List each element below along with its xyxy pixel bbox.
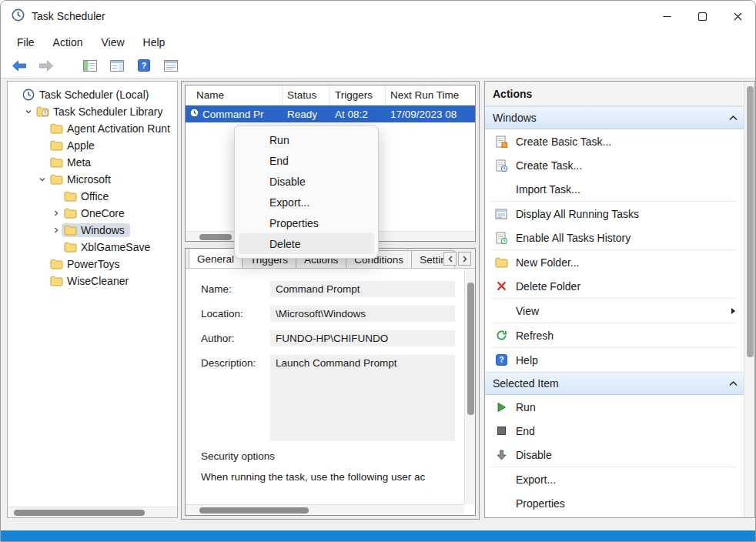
folder-icon xyxy=(63,208,77,219)
context-menu-item-end[interactable]: End xyxy=(239,150,374,171)
tree-item-windows[interactable]: Windows xyxy=(8,222,177,239)
action-disable[interactable]: Disable xyxy=(485,443,744,467)
tab-scroll-left-button[interactable] xyxy=(443,252,457,266)
toolbar: ? xyxy=(1,53,755,79)
run-icon xyxy=(494,402,508,413)
column-header-next-run-time[interactable]: Next Run Time xyxy=(386,85,475,105)
tree-item-label: Task Scheduler (Local) xyxy=(39,89,149,101)
scrollbar-thumb[interactable] xyxy=(199,507,309,514)
tree-item-onecore[interactable]: OneCore xyxy=(8,205,177,222)
window-bottom-edge xyxy=(1,530,755,541)
action-create-basic-task[interactable]: Create Basic Task... xyxy=(485,129,744,153)
action-item-label: End xyxy=(516,425,535,437)
action-item-label: Import Task... xyxy=(516,183,580,196)
action-export[interactable]: Export... xyxy=(485,467,744,491)
column-header-status[interactable]: Status xyxy=(283,85,330,105)
chevron-down-icon[interactable] xyxy=(37,176,48,183)
field-value-name: Command Prompt xyxy=(270,281,455,297)
tree-item-task-scheduler-library[interactable]: Task Scheduler Library xyxy=(8,103,177,120)
action-new-folder[interactable]: New Folder... xyxy=(485,250,744,274)
chevron-down-icon[interactable] xyxy=(23,108,34,115)
menu-view[interactable]: View xyxy=(92,34,132,51)
action-import-task[interactable]: Import Task... xyxy=(485,177,744,201)
action-end[interactable]: End xyxy=(485,419,744,443)
actions-section-header-windows[interactable]: Windows xyxy=(485,106,744,129)
console-tree-icon xyxy=(83,60,97,72)
close-button[interactable] xyxy=(720,1,755,32)
maximize-icon xyxy=(698,12,707,21)
general-tab-content: Name: Command Prompt Location: \Microsof… xyxy=(186,269,464,504)
maximize-button[interactable] xyxy=(684,1,720,32)
scrollbar-thumb[interactable] xyxy=(747,86,754,357)
folder-icon xyxy=(49,123,63,134)
help-button[interactable]: ? xyxy=(133,56,154,75)
action-run[interactable]: Run xyxy=(485,395,744,419)
folder-icon xyxy=(49,259,63,269)
svg-text:?: ? xyxy=(141,61,146,70)
actions-section-header-selected-item[interactable]: Selected Item xyxy=(485,372,744,395)
tree-item-xblgamesave[interactable]: XblGameSave xyxy=(8,239,177,256)
action-refresh[interactable]: Refresh xyxy=(485,323,744,347)
actions-vertical-scrollbar[interactable] xyxy=(744,82,754,517)
action-properties[interactable]: Properties xyxy=(485,491,744,515)
action-view[interactable]: View xyxy=(485,299,744,323)
action-delete[interactable]: Delete xyxy=(485,515,744,517)
details-horizontal-scrollbar[interactable] xyxy=(186,504,464,515)
action-enable-all-tasks-history[interactable]: Enable All Tasks History xyxy=(485,226,744,249)
chevron-right-icon[interactable] xyxy=(51,226,62,234)
help-icon: ? xyxy=(138,59,150,72)
show-console-tree-button[interactable] xyxy=(79,56,100,75)
tree-item-wisecleaner[interactable]: WiseCleaner xyxy=(8,273,177,289)
context-menu-item-export[interactable]: Export... xyxy=(239,192,374,212)
collapse-section-button[interactable] xyxy=(729,107,738,129)
action-item-label: Delete Folder xyxy=(516,280,580,293)
menu-action[interactable]: Action xyxy=(45,34,92,51)
scrollbar-thumb[interactable] xyxy=(199,234,232,240)
action-create-task[interactable]: Create Task... xyxy=(485,153,744,177)
context-menu-item-delete[interactable]: Delete xyxy=(239,233,374,254)
action-delete-folder[interactable]: Delete Folder xyxy=(485,274,744,298)
back-button[interactable] xyxy=(8,56,29,75)
task-row-command-prompt[interactable]: Command Pr Ready At 08:2 17/09/2023 08 xyxy=(186,105,475,122)
export-list-icon xyxy=(164,60,178,72)
tree-item-meta[interactable]: Meta xyxy=(8,154,177,171)
tree-horizontal-scrollbar[interactable] xyxy=(8,507,177,517)
actions-panel: Actions Windows Create Basic Task... Cre… xyxy=(484,81,755,518)
details-vertical-scrollbar[interactable] xyxy=(464,269,475,504)
tree-item-office[interactable]: Office xyxy=(8,188,177,205)
security-options-heading: Security options xyxy=(201,450,464,462)
chevron-up-icon xyxy=(729,115,738,121)
scrollbar-thumb[interactable] xyxy=(14,510,145,516)
console-tree-panel: Task Scheduler (Local) Task Scheduler Li… xyxy=(7,81,178,518)
scrollbar-thumb[interactable] xyxy=(467,283,474,415)
tree-item-label: OneCore xyxy=(81,207,125,219)
column-header-name[interactable]: Name xyxy=(186,85,283,105)
export-list-button[interactable] xyxy=(160,56,181,75)
tab-scroll-right-button[interactable] xyxy=(458,252,471,266)
tree-item-powertoys[interactable]: PowerToys xyxy=(8,256,177,273)
tree-item-agent-activation[interactable]: Agent Activation Runt xyxy=(8,120,177,137)
column-header-triggers[interactable]: Triggers xyxy=(330,85,386,105)
context-menu-item-properties[interactable]: Properties xyxy=(239,212,374,233)
task-scheduler-app-icon xyxy=(12,8,25,24)
tree-item-label: Task Scheduler Library xyxy=(53,105,162,118)
tree-item-apple[interactable]: Apple xyxy=(8,137,177,154)
task-next-run-time: 17/09/2023 08 xyxy=(386,109,475,120)
show-action-pane-button[interactable] xyxy=(106,56,127,75)
tree-item-label: Office xyxy=(81,190,109,202)
action-display-all-running-tasks[interactable]: Display All Running Tasks xyxy=(485,202,744,226)
menu-help[interactable]: Help xyxy=(135,34,174,51)
collapse-section-button[interactable] xyxy=(729,373,738,394)
action-help[interactable]: ? Help xyxy=(485,348,744,372)
minimize-button[interactable] xyxy=(649,1,684,32)
chevron-right-icon[interactable] xyxy=(51,209,62,217)
tree-item-task-scheduler-local[interactable]: Task Scheduler (Local) xyxy=(8,86,177,103)
tree-item-microsoft[interactable]: Microsoft xyxy=(8,171,177,188)
forward-button[interactable] xyxy=(35,56,56,75)
context-menu-item-run[interactable]: Run xyxy=(239,129,374,150)
scope-tree: Task Scheduler (Local) Task Scheduler Li… xyxy=(8,82,177,289)
action-item-label: Properties xyxy=(516,497,565,510)
menu-file[interactable]: File xyxy=(8,34,43,51)
create-basic-task-icon xyxy=(494,136,508,148)
context-menu-item-disable[interactable]: Disable xyxy=(239,171,374,192)
